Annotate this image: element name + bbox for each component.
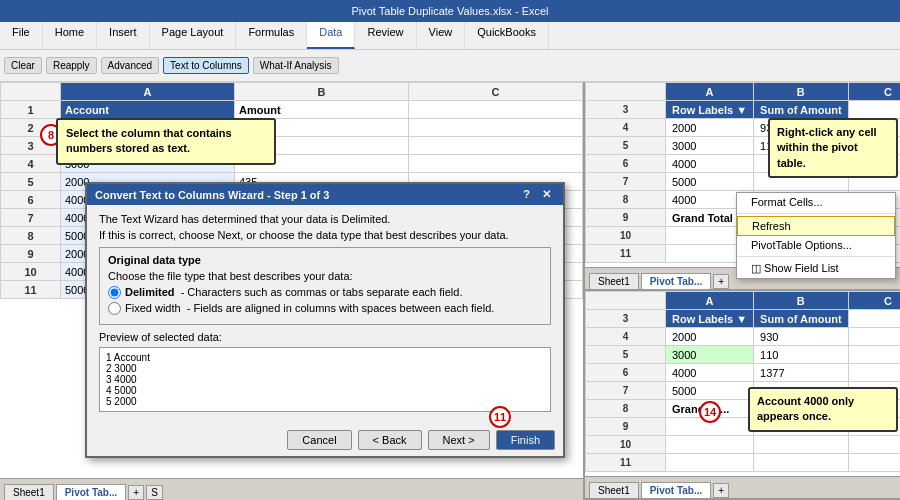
pivot-top-col-header-a[interactable]: A — [666, 83, 754, 101]
context-pivottable-options[interactable]: PivotTable Options... — [737, 236, 895, 254]
pivot-bot-row-10: 10 — [586, 436, 901, 454]
pivot-bot-cell-a6[interactable]: 4000 — [666, 364, 754, 382]
pivot-bot-row-6: 6 4000 1377 — [586, 364, 901, 382]
pivot-bot-row-labels-header[interactable]: Row Labels ▼ — [666, 310, 754, 328]
sheet-tabs-right-bottom: Sheet1 Pivot Tab... + — [585, 476, 900, 498]
radio-fixed-label: Fixed width - Fields are aligned in colu… — [125, 302, 494, 314]
dialog-para1: The Text Wizard has determined that your… — [99, 213, 551, 225]
cancel-button[interactable]: Cancel — [287, 430, 351, 450]
pivot-bottom-grid: A B C 3 Row Labels ▼ Sum of Amount 4 200… — [585, 291, 900, 472]
text-to-columns-button[interactable]: Text to Columns — [163, 57, 249, 74]
pivot-bot-col-header-c[interactable]: C — [848, 292, 900, 310]
pivot-top-cell-a5[interactable]: 3000 — [666, 137, 754, 155]
cell-b1[interactable]: Amount — [235, 101, 409, 119]
tab-view[interactable]: View — [417, 22, 466, 49]
pivot-bot-cell-b6[interactable]: 1377 — [754, 364, 848, 382]
tab-file[interactable]: File — [0, 22, 43, 49]
rb-sheet-tab-sheet1[interactable]: Sheet1 — [589, 482, 639, 498]
pivot-bot-cell-b4[interactable]: 930 — [754, 328, 848, 346]
tab-page-layout[interactable]: Page Layout — [150, 22, 237, 49]
rt-sheet-tab-add[interactable]: + — [713, 274, 729, 289]
cell-c4 — [409, 155, 583, 173]
pivot-bot-row-4: 4 2000 930 — [586, 328, 901, 346]
tab-data[interactable]: Data — [307, 22, 355, 49]
radio-fixed-input[interactable] — [108, 302, 121, 315]
ribbon: File Home Insert Page Layout Formulas Da… — [0, 22, 900, 50]
pivot-bot-cell-a7[interactable]: 5000 — [666, 382, 754, 400]
pivot-bot-cell-a5[interactable]: 3000 — [666, 346, 754, 364]
reapply-button[interactable]: Reapply — [46, 57, 97, 74]
pivot-top-col-header-row — [586, 83, 666, 101]
context-separator-1 — [737, 213, 895, 214]
col-header-b[interactable]: B — [235, 83, 409, 101]
step-11-label: 11 — [489, 406, 511, 428]
preview-data-box: 1 Account 2 3000 3 4000 4 5000 5 2000 — [99, 347, 551, 412]
sheet-tab-pivot[interactable]: Pivot Tab... — [56, 484, 127, 500]
table-row: 1 Account Amount — [1, 101, 583, 119]
pivot-bot-cell-a4[interactable]: 2000 — [666, 328, 754, 346]
col-header-a[interactable]: A — [61, 83, 235, 101]
pivot-top-cell-a7[interactable]: 5000 — [666, 173, 754, 191]
left-panel: A B C 1 Account Amount 2 30 1 — [0, 82, 585, 500]
cell-a1[interactable]: Account — [61, 101, 235, 119]
sheet-tab-add[interactable]: + — [128, 485, 144, 500]
dialog-close-btn[interactable]: ✕ — [538, 188, 555, 201]
clear-button[interactable]: Clear — [4, 57, 42, 74]
data-ribbon: Clear Reapply Advanced Text to Columns W… — [0, 50, 900, 82]
pivot-sum-header: Sum of Amount — [754, 101, 848, 119]
step-14-label: 14 — [699, 401, 721, 423]
sheet-nav-btn[interactable]: S — [146, 485, 163, 500]
tab-insert[interactable]: Insert — [97, 22, 150, 49]
sheet-tabs-left: Sheet1 Pivot Tab... + S — [0, 478, 583, 500]
rb-sheet-tab-add[interactable]: + — [713, 483, 729, 498]
advanced-button[interactable]: Advanced — [101, 57, 159, 74]
pivot-bot-col-header-a[interactable]: A — [666, 292, 754, 310]
pivot-bot-col-header-b[interactable]: B — [754, 292, 848, 310]
context-format-cells[interactable]: Format Cells... — [737, 193, 895, 211]
pivot-top-col-header-b[interactable]: B — [754, 83, 848, 101]
tab-home[interactable]: Home — [43, 22, 97, 49]
sheet-tab-sheet1[interactable]: Sheet1 — [4, 484, 54, 500]
pivot-bottom-panel: A B C 3 Row Labels ▼ Sum of Amount 4 200… — [585, 291, 900, 500]
radio-delimited-input[interactable] — [108, 286, 121, 299]
pivot-top-col-header-c[interactable]: C — [848, 83, 900, 101]
tooltip-select-column: Select the column that contains numbers … — [56, 118, 276, 165]
dialog-para2: If this is correct, choose Next, or choo… — [99, 229, 551, 241]
rt-sheet-tab-sheet1[interactable]: Sheet1 — [589, 273, 639, 289]
radio-fixed: Fixed width - Fields are aligned in colu… — [108, 302, 542, 315]
pivot-top-cell-a6[interactable]: 4000 — [666, 155, 754, 173]
pivot-bot-cell-b5[interactable]: 110 — [754, 346, 848, 364]
back-button[interactable]: < Back — [358, 430, 422, 450]
col-header-c[interactable]: C — [409, 83, 583, 101]
next-button[interactable]: Next > — [428, 430, 490, 450]
title-text: Pivot Table Duplicate Values.xlsx - Exce… — [351, 5, 548, 17]
dialog-title-text: Convert Text to Columns Wizard - Step 1 … — [95, 189, 329, 201]
original-data-type-section: Original data type Choose the file type … — [99, 247, 551, 325]
pivot-bot-col-header-row — [586, 292, 666, 310]
preview-line-2: 2 3000 — [106, 363, 544, 374]
pivot-top-cell-a4[interactable]: 2000 — [666, 119, 754, 137]
rb-sheet-tab-pivot[interactable]: Pivot Tab... — [641, 482, 712, 498]
context-show-field-list[interactable]: ◫ Show Field List — [737, 259, 895, 278]
pivot-row-labels-header[interactable]: Row Labels ▼ — [666, 101, 754, 119]
pivot-top-panel: A B C 3 Row Labels ▼ Sum of Amount 4 200… — [585, 82, 900, 291]
tab-formulas[interactable]: Formulas — [236, 22, 307, 49]
section-title: Original data type — [108, 254, 542, 266]
main-content: A B C 1 Account Amount 2 30 1 — [0, 82, 900, 500]
cell-c2 — [409, 119, 583, 137]
what-if-button[interactable]: What-If Analysis — [253, 57, 339, 74]
cell-c3 — [409, 137, 583, 155]
preview-line-4: 4 5000 — [106, 385, 544, 396]
pivot-bot-row-5: 5 3000 110 — [586, 346, 901, 364]
spreadsheet-area: A B C 1 Account Amount 2 30 1 — [0, 82, 583, 478]
cell-c1 — [409, 101, 583, 119]
tab-review[interactable]: Review — [355, 22, 416, 49]
context-menu[interactable]: Format Cells... Refresh PivotTable Optio… — [736, 192, 896, 279]
finish-button[interactable]: Finish — [496, 430, 555, 450]
context-refresh[interactable]: Refresh — [737, 216, 895, 236]
rt-sheet-tab-pivot[interactable]: Pivot Tab... — [641, 273, 712, 289]
right-panel: A B C 3 Row Labels ▼ Sum of Amount 4 200… — [585, 82, 900, 500]
tab-quickbooks[interactable]: QuickBooks — [465, 22, 549, 49]
dialog-help-btn[interactable]: ? — [519, 188, 534, 201]
preview-line-3: 3 4000 — [106, 374, 544, 385]
